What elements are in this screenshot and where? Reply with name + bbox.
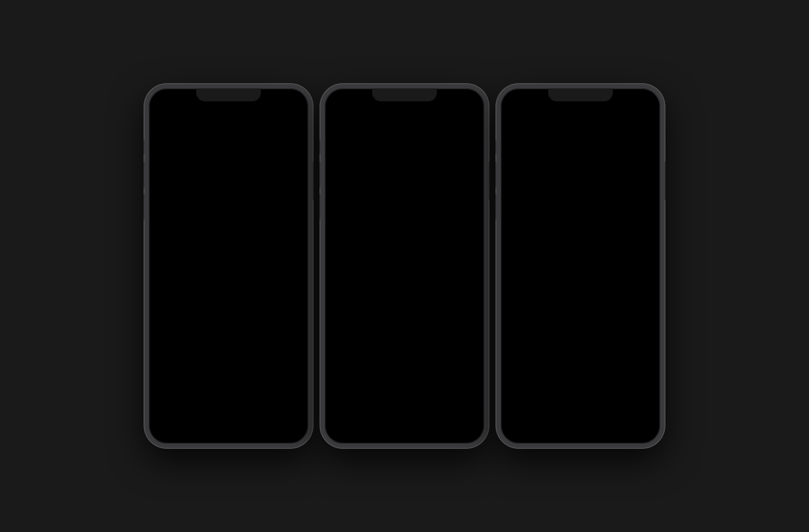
youtube-icon[interactable] <box>188 200 213 226</box>
app-maps-2[interactable]: 🗺 Maps <box>331 207 357 239</box>
slack-icon-3[interactable]: # <box>507 304 533 330</box>
notes-icon[interactable] <box>220 242 246 268</box>
app-maps[interactable]: 🗺 Maps <box>155 200 181 233</box>
app-home[interactable]: Home <box>188 283 213 316</box>
settings-icon-3[interactable] <box>628 148 654 174</box>
app-photos[interactable]: Photos <box>155 283 181 316</box>
app-translate-3[interactable]: A文 Translate <box>597 148 623 181</box>
youtube-icon-3[interactable] <box>628 111 654 137</box>
youtube-label: YouTube <box>192 228 209 233</box>
dock-messages-2[interactable] <box>340 407 366 432</box>
notes-icon-3[interactable] <box>507 345 533 371</box>
slack-icon-2[interactable]: # <box>331 248 357 274</box>
app-camera-2[interactable]: Camera <box>364 248 389 280</box>
dock-safari-3[interactable] <box>585 407 611 432</box>
app-maps-3[interactable]: 🗺 Maps <box>597 111 623 143</box>
calendar-icon-2[interactable]: MON 22 <box>429 362 455 388</box>
app-clock-2[interactable]: Clock <box>396 362 422 394</box>
app-calendar-2[interactable]: MON 22 Calendar <box>429 362 455 394</box>
app-translate-2[interactable]: A文 Translate <box>396 207 422 239</box>
dock-phone[interactable] <box>267 407 293 432</box>
settings-label-2: Settings <box>434 234 450 239</box>
phone2-empty-1 <box>331 362 357 388</box>
dock-messages-3[interactable] <box>516 407 542 432</box>
settings-icon[interactable] <box>188 242 213 268</box>
clock-icon-2[interactable] <box>396 362 422 388</box>
notes-icon-2[interactable] <box>420 289 445 315</box>
translate-icon[interactable]: A文 <box>155 242 181 268</box>
svg-rect-105 <box>512 350 527 366</box>
cal-d-6: 6 <box>603 237 609 241</box>
app-calendar-3[interactable]: MON 22 Calendar <box>605 345 631 378</box>
app-settings-3[interactable]: Settings <box>628 148 654 181</box>
app-slack-2[interactable]: # Slack <box>331 248 357 280</box>
app-home-3[interactable]: Home <box>605 304 631 336</box>
reminders-icon-3[interactable] <box>539 345 565 371</box>
clock-icon[interactable]: 12 3 6 9 <box>155 356 181 382</box>
app-notes-2[interactable]: Notes <box>420 289 445 322</box>
dock-mail[interactable] <box>198 407 224 432</box>
dock-safari[interactable] <box>233 407 259 432</box>
clock-icon-3[interactable] <box>572 345 598 371</box>
podcast-host-avatar: 👨 <box>343 294 382 332</box>
app-clock[interactable]: 12 3 6 9 Clock <box>155 356 181 388</box>
music-widget[interactable]: The New Abnormal The Strokes ♪ 👤 ESSENTI… <box>230 283 293 346</box>
dock-phone-2[interactable] <box>443 407 469 432</box>
cloud-icon: ☁️ <box>286 117 295 126</box>
app-camera-3[interactable]: Camera <box>539 304 565 336</box>
maps-label: Maps <box>163 228 173 233</box>
maps-icon-3[interactable]: 🗺 <box>597 111 623 137</box>
calendar-icon[interactable]: MON 22 <box>188 356 213 382</box>
dock-safari-2[interactable] <box>409 407 435 432</box>
app-camera[interactable]: Camera <box>253 200 279 233</box>
translate-icon-2[interactable]: A文 <box>396 207 422 232</box>
maps-icon[interactable]: 🗺 <box>155 200 181 226</box>
home-icon-3[interactable] <box>605 304 631 330</box>
camera-icon[interactable] <box>253 200 279 226</box>
home-icon[interactable] <box>188 283 213 309</box>
dock-messages[interactable] <box>164 407 190 432</box>
app-photos-3[interactable]: Photos <box>572 304 598 336</box>
reminders-icon-2[interactable] <box>452 289 478 315</box>
app-calendar[interactable]: MON 22 Calendar <box>188 356 213 388</box>
home-icon-2[interactable] <box>429 248 455 274</box>
reminders-icon[interactable] <box>253 242 279 268</box>
maps-icon-2[interactable]: 🗺 <box>331 207 357 232</box>
cal-d-28: 28 <box>610 252 616 256</box>
app-home-2[interactable]: Home <box>429 248 455 280</box>
podcast-widget[interactable]: 🎙 👨 1H 47M LEFT Ali Abdaal <box>331 289 393 352</box>
dock-phone-3[interactable] <box>619 407 645 432</box>
app-slack-3[interactable]: # Slack <box>507 304 533 336</box>
app-settings-2[interactable]: Settings <box>429 207 455 239</box>
app-notes[interactable]: Notes <box>220 242 246 274</box>
phone1-app-row4: 12 3 6 9 Clock MON 22 Calendar <box>149 356 285 388</box>
calendar-icon-3[interactable]: MON 22 <box>605 345 631 371</box>
app-slack[interactable]: # Slack <box>220 200 246 233</box>
youtube-icon-2[interactable] <box>364 207 389 232</box>
app-reminders-2[interactable]: Reminders <box>452 289 478 322</box>
app-youtube[interactable]: YouTube <box>188 200 213 233</box>
svg-rect-64 <box>425 294 440 310</box>
svg-point-79 <box>409 374 410 376</box>
app-youtube-2[interactable]: YouTube <box>364 207 389 239</box>
app-clock-3[interactable]: Clock <box>572 345 598 378</box>
app-reminders-3[interactable]: Reminders <box>539 345 565 378</box>
app-photos-2[interactable]: Photos <box>396 248 422 280</box>
settings-icon-2[interactable] <box>429 207 455 232</box>
cal-d-17: 17 <box>629 241 635 245</box>
translate-icon-3[interactable]: A文 <box>597 148 623 174</box>
dock-mail-3[interactable] <box>550 407 576 432</box>
dock-mail-2[interactable] <box>374 407 400 432</box>
music-note-icon-2: ♪ <box>468 123 472 133</box>
app-translate[interactable]: A文 Translate <box>155 242 181 274</box>
camera-icon-3[interactable] <box>539 304 565 330</box>
app-youtube-3[interactable]: YouTube <box>628 111 654 143</box>
photos-icon-2[interactable] <box>396 248 422 274</box>
slack-icon[interactable]: # <box>220 200 246 226</box>
photos-icon[interactable] <box>155 283 181 309</box>
app-settings[interactable]: Settings <box>188 242 213 274</box>
app-reminders[interactable]: Reminders <box>253 242 279 274</box>
camera-icon-2[interactable] <box>364 248 389 274</box>
app-notes-3[interactable]: Notes <box>507 345 533 378</box>
photos-icon-3[interactable] <box>572 304 598 330</box>
